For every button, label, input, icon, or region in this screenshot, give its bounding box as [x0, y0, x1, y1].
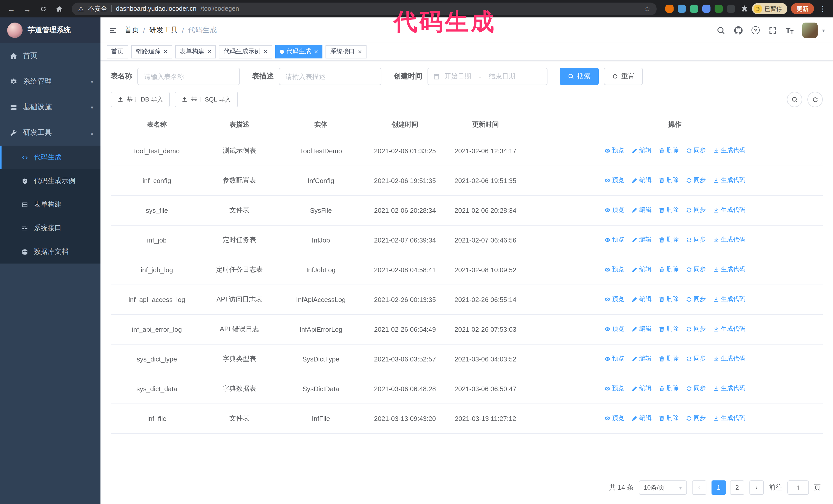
action-sync-link[interactable]: 同步 [686, 265, 706, 274]
close-icon[interactable]: × [358, 48, 362, 55]
reset-button[interactable]: 重置 [604, 68, 643, 85]
extension-icon-green[interactable] [714, 5, 722, 13]
action-edit-link[interactable]: 编辑 [632, 236, 651, 244]
toggle-search-button[interactable] [787, 92, 802, 107]
breadcrumb-item[interactable]: 研发工具 [149, 26, 178, 35]
sidebar-item-tools[interactable]: 研发工具▴ [0, 120, 100, 146]
next-page-button[interactable]: › [749, 480, 764, 495]
action-gen-link[interactable]: 生成代码 [713, 206, 745, 215]
date-range-picker[interactable]: 开始日期 - 结束日期 [428, 68, 547, 85]
action-gen-link[interactable]: 生成代码 [713, 146, 745, 155]
action-edit-link[interactable]: 编辑 [632, 295, 651, 304]
page-size-select[interactable]: 10条/页 ▾ [639, 480, 687, 495]
action-sync-link[interactable]: 同步 [686, 355, 706, 363]
browser-menu-icon[interactable]: ⋮ [818, 5, 828, 13]
close-icon[interactable]: × [164, 48, 167, 55]
fullscreen-icon[interactable] [768, 26, 777, 34]
sidebar-item-gear[interactable]: 系统管理▾ [0, 69, 100, 94]
view-tab[interactable]: 首页 [106, 45, 128, 58]
sidebar-subitem-db[interactable]: 数据库文档 [0, 240, 100, 264]
github-icon[interactable] [734, 26, 742, 34]
home-icon[interactable] [53, 3, 65, 15]
action-edit-link[interactable]: 编辑 [632, 176, 651, 185]
action-sync-link[interactable]: 同步 [686, 414, 706, 423]
action-trash-link[interactable]: 删除 [659, 146, 679, 155]
address-bar[interactable]: ⚠ 不安全 dashboard.yudao.iocoder.cn /tool/c… [72, 2, 657, 15]
view-tab[interactable]: 系统接口× [326, 45, 366, 58]
action-gen-link[interactable]: 生成代码 [713, 176, 745, 185]
action-sync-link[interactable]: 同步 [686, 384, 706, 393]
close-icon[interactable]: × [263, 48, 267, 55]
action-eye-link[interactable]: 预览 [604, 355, 624, 363]
view-tab[interactable]: 表单构建× [175, 45, 216, 58]
back-icon[interactable]: ← [5, 3, 18, 15]
action-gen-link[interactable]: 生成代码 [713, 355, 745, 363]
action-edit-link[interactable]: 编辑 [632, 384, 651, 393]
action-eye-link[interactable]: 预览 [604, 176, 624, 185]
action-trash-link[interactable]: 删除 [659, 414, 679, 423]
search-button[interactable]: 搜索 [560, 68, 599, 85]
action-eye-link[interactable]: 预览 [604, 384, 624, 393]
action-sync-link[interactable]: 同步 [686, 325, 706, 334]
close-icon[interactable]: × [314, 48, 318, 55]
sidebar-subitem-table[interactable]: 表单构建 [0, 193, 100, 216]
action-eye-link[interactable]: 预览 [604, 295, 624, 304]
update-button[interactable]: 更新 [791, 3, 814, 14]
action-gen-link[interactable]: 生成代码 [713, 236, 745, 244]
action-trash-link[interactable]: 删除 [659, 295, 679, 304]
action-eye-link[interactable]: 预览 [604, 414, 624, 423]
font-size-icon[interactable]: TT [786, 26, 793, 34]
action-sync-link[interactable]: 同步 [686, 236, 706, 244]
action-eye-link[interactable]: 预览 [604, 206, 624, 215]
reload-icon[interactable] [37, 3, 49, 15]
profile-paused-chip[interactable]: ☺ 已暂停 [752, 3, 787, 14]
action-edit-link[interactable]: 编辑 [632, 355, 651, 363]
view-tab[interactable]: 代码生成示例× [219, 45, 272, 58]
action-trash-link[interactable]: 删除 [659, 176, 679, 185]
goto-page-input[interactable] [787, 480, 809, 495]
action-sync-link[interactable]: 同步 [686, 176, 706, 185]
action-eye-link[interactable]: 预览 [604, 325, 624, 334]
prev-page-button[interactable]: ‹ [692, 480, 706, 495]
extension-icon-people[interactable] [702, 5, 710, 13]
import-db-button[interactable]: 基于 DB 导入 [111, 92, 170, 107]
action-gen-link[interactable]: 生成代码 [713, 325, 745, 334]
sidebar-subitem-shield[interactable]: 代码生成示例 [0, 169, 100, 193]
import-sql-button[interactable]: 基于 SQL 导入 [175, 92, 238, 107]
view-tab[interactable]: 代码生成× [275, 45, 323, 58]
view-tab[interactable]: 链路追踪× [131, 45, 172, 58]
action-gen-link[interactable]: 生成代码 [713, 295, 745, 304]
action-trash-link[interactable]: 删除 [659, 206, 679, 215]
search-icon[interactable] [716, 26, 725, 34]
action-eye-link[interactable]: 预览 [604, 146, 624, 155]
action-trash-link[interactable]: 删除 [659, 236, 679, 244]
action-gen-link[interactable]: 生成代码 [713, 414, 745, 423]
action-eye-link[interactable]: 预览 [604, 236, 624, 244]
action-trash-link[interactable]: 删除 [659, 384, 679, 393]
action-edit-link[interactable]: 编辑 [632, 206, 651, 215]
action-gen-link[interactable]: 生成代码 [713, 265, 745, 274]
help-icon[interactable]: ? [751, 26, 759, 34]
sidebar-item-home[interactable]: 首页 [0, 43, 100, 69]
table-name-input[interactable] [137, 68, 240, 85]
close-icon[interactable]: × [207, 48, 211, 55]
action-edit-link[interactable]: 编辑 [632, 265, 651, 274]
action-trash-link[interactable]: 删除 [659, 325, 679, 334]
page-button-1[interactable]: 1 [712, 480, 726, 495]
sidebar-item-server[interactable]: 基础设施▾ [0, 94, 100, 120]
refresh-table-button[interactable] [807, 92, 823, 107]
chevron-down-icon[interactable]: ▾ [822, 27, 825, 33]
action-edit-link[interactable]: 编辑 [632, 414, 651, 423]
table-desc-input[interactable] [279, 68, 381, 85]
action-trash-link[interactable]: 删除 [659, 265, 679, 274]
action-gen-link[interactable]: 生成代码 [713, 384, 745, 393]
action-edit-link[interactable]: 编辑 [632, 325, 651, 334]
user-avatar[interactable] [802, 23, 818, 38]
extension-icon-dark[interactable] [727, 5, 735, 13]
hamburger-icon[interactable] [109, 26, 117, 34]
action-edit-link[interactable]: 编辑 [632, 146, 651, 155]
action-eye-link[interactable]: 预览 [604, 265, 624, 274]
forward-icon[interactable]: → [21, 3, 33, 15]
extension-icon-blue-drop[interactable] [677, 5, 686, 13]
extension-icon-vue[interactable] [690, 5, 698, 13]
